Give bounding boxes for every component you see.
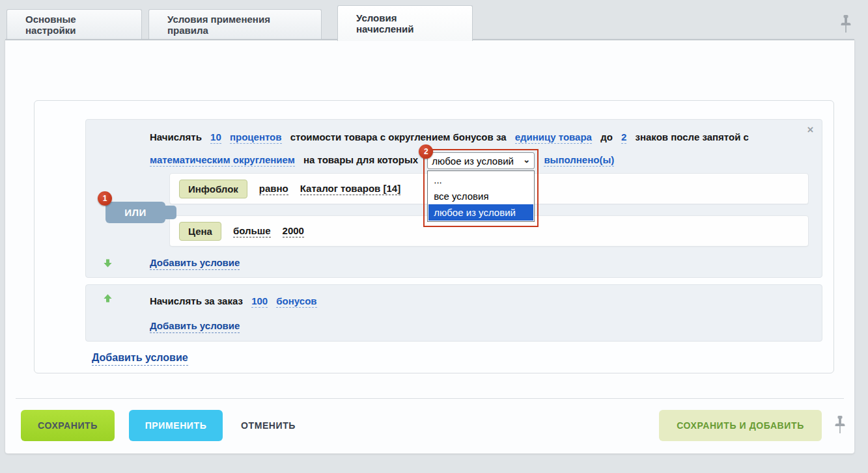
condition-field-chip[interactable]: Инфоблок — [179, 180, 247, 198]
annotation-badge-1: 1 — [98, 191, 112, 206]
apply-button[interactable]: ПРИМЕНИТЬ — [129, 410, 223, 441]
aggregator-dropdown: ... все условия любое из условий — [427, 170, 535, 222]
sentence-text: стоимости товара с округлением бонусов з… — [290, 131, 507, 142]
order-accrual-sentence: Начислять за заказ 100 бонусов — [150, 295, 323, 306]
chevron-down-icon: ⌄ — [523, 155, 530, 165]
aggregator-option-any-placeholder[interactable]: ... — [428, 172, 533, 188]
rounding-mode-link[interactable]: математическим округлением — [150, 154, 295, 167]
order-unit-link[interactable]: бонусов — [276, 295, 316, 308]
order-amount-link[interactable]: 100 — [251, 295, 268, 308]
sentence-text: знаков после запятой с — [636, 131, 749, 142]
sentence-text: Начислять — [150, 131, 202, 142]
save-and-add-button[interactable]: СОХРАНИТЬ И ДОБАВИТЬ — [659, 410, 822, 441]
tab-label: Условия начислений — [356, 12, 454, 34]
accrual-unit-link[interactable]: процентов — [230, 131, 282, 144]
fulfilled-link[interactable]: выполнено(ы) — [544, 154, 614, 167]
accrual-value-link[interactable]: 10 — [210, 131, 221, 144]
accrual-sentence: Начислять 10 процентов стоимости товара … — [150, 126, 801, 171]
add-condition-link[interactable]: Добавить условие — [150, 320, 240, 333]
close-icon[interactable]: ✕ — [807, 125, 814, 135]
sentence-text: на товары для которых — [303, 154, 418, 165]
decimal-digits-link[interactable]: 2 — [621, 131, 626, 144]
sentence-text: до — [600, 131, 613, 142]
tab-label: Основные настройки — [25, 14, 123, 36]
group-operator-tab[interactable]: ИЛИ — [105, 202, 165, 223]
move-up-arrow-icon[interactable] — [102, 293, 113, 304]
aggregator-option-all[interactable]: все условия — [428, 188, 533, 204]
aggregator-option-any[interactable]: любое из условий — [428, 204, 533, 221]
conditions-group: ✕ Начислять 10 процентов стоимости товар… — [34, 100, 834, 373]
condition-field-chip[interactable]: Цена — [179, 222, 221, 241]
condition-value-link[interactable]: Каталог товаров [14] — [300, 183, 400, 195]
condition-operator-link[interactable]: равно — [259, 183, 288, 195]
cancel-button[interactable]: ОТМЕНИТЬ — [237, 410, 300, 441]
footer-divider — [16, 398, 844, 399]
move-down-arrow-icon[interactable] — [102, 258, 113, 269]
sentence-text: Начислять за заказ — [150, 295, 243, 306]
save-button[interactable]: СОХРАНИТЬ — [21, 410, 115, 441]
form-panel: ✕ Начислять 10 процентов стоимости товар… — [5, 39, 854, 453]
add-condition-link[interactable]: Добавить условие — [150, 257, 240, 270]
per-item-link[interactable]: единицу товара — [515, 131, 592, 144]
add-condition-link-outer[interactable]: Добавить условие — [92, 352, 188, 366]
product-accrual-block: ✕ Начислять 10 процентов стоимости товар… — [85, 119, 822, 278]
aggregator-selected-value: любое из условий — [432, 155, 514, 167]
pin-icon[interactable] — [841, 14, 851, 39]
tab-label: Условия применения правила — [167, 14, 303, 36]
condition-operator-link[interactable]: больше — [233, 225, 271, 237]
tab-main-settings[interactable]: Основные настройки — [7, 9, 142, 40]
pin-icon[interactable] — [835, 415, 845, 440]
tab-accrual-conditions[interactable]: Условия начислений — [337, 5, 473, 41]
aggregator-select-wrap: любое из условий ⌄ ... все условия любое… — [427, 152, 535, 169]
aggregator-select[interactable]: любое из условий ⌄ — [427, 152, 535, 169]
condition-value-link[interactable]: 2000 — [283, 225, 304, 237]
order-accrual-block: Начислять за заказ 100 бонусов Добавить … — [85, 284, 822, 342]
tab-rule-apply-conditions[interactable]: Условия применения правила — [148, 9, 322, 40]
